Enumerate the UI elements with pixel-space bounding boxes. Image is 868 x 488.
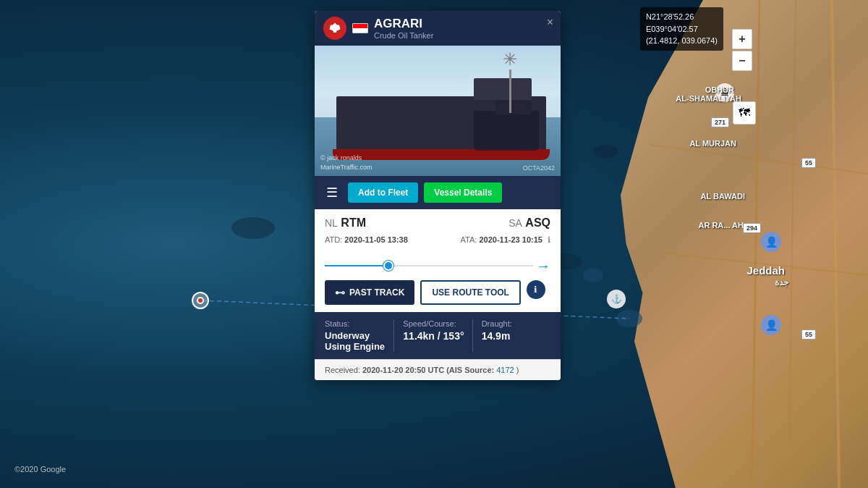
route-endpoints: NL RTM SA ASQ: [325, 216, 550, 230]
speed-label: Speed/Course:: [403, 319, 472, 328]
ship-position: [192, 292, 209, 309]
ata-section: ATA: 2020-11-23 10:15 ℹ: [461, 235, 550, 245]
map-zoom-controls[interactable]: + −: [732, 29, 752, 71]
city-almurjan: AL MURJAN: [689, 139, 736, 148]
ata-label: ATA:: [461, 235, 477, 244]
progress-bar-area: →: [315, 254, 561, 276]
atd-info: ATD: 2020-11-05 13:38: [325, 235, 408, 247]
vessel-flag: [352, 23, 368, 33]
track-buttons-row: ⊷ PAST TRACK USE ROUTE TOOL ℹ: [315, 276, 561, 312]
road-badge-55-bottom: 55: [801, 329, 816, 340]
dest-port: SA ASQ: [509, 216, 550, 230]
popup-received-section: Received: 2020-11-20 20:50 UTC (AIS Sour…: [315, 359, 561, 380]
dest-country: SA: [509, 217, 522, 229]
status-col-speed: Speed/Course: 11.4kn / 153°: [393, 319, 472, 352]
speed-value: 11.4kn / 153°: [403, 330, 472, 342]
past-track-icon: ⊷: [335, 287, 345, 298]
coord-lon: E039°04'02.57: [646, 23, 718, 35]
map-layer-icon: 🗺: [739, 106, 750, 119]
ata-info: ATA: 2020-11-23 10:15 ℹ: [461, 235, 550, 245]
route-tool-button[interactable]: USE ROUTE TOOL: [420, 280, 520, 305]
popup-route-info: NL RTM SA ASQ ATD: 2020-11-05 13:38 ATA:…: [315, 209, 561, 254]
popup-status-section: Status: UnderwayUsing Engine Speed/Cours…: [315, 312, 561, 359]
vessel-details-button[interactable]: Vessel Details: [424, 182, 502, 203]
progress-filled: [325, 265, 387, 266]
person-marker-2[interactable]: 👤: [761, 232, 781, 252]
popup-action-bar: ☰ Add to Fleet Vessel Details: [315, 176, 561, 209]
photo-id: OCTA2042: [523, 164, 555, 172]
map-layer-button[interactable]: 🗺: [733, 101, 756, 125]
photo-turbine: ✳: [503, 53, 517, 113]
google-watermark: ©2020 Google: [14, 465, 66, 474]
dest-port-code: ASQ: [525, 216, 550, 229]
popup-close-button[interactable]: ×: [547, 17, 553, 28]
zoom-in-button[interactable]: +: [732, 29, 752, 49]
ship-dot: [197, 297, 204, 304]
popup-title-area: AGRARI Crude Oil Tanker: [374, 17, 552, 40]
progress-arrow: →: [536, 258, 550, 274]
city-albawadi: AL BAWADI: [700, 192, 745, 201]
city-obhur: OBHUR: [705, 85, 734, 94]
ship-marker[interactable]: [192, 292, 209, 309]
vessel-popup: AGRARI Crude Oil Tanker × ✳ © jack ronal…: [315, 11, 561, 380]
status-value: UnderwayUsing Engine: [325, 330, 393, 352]
status-col-draught: Draught: 14.9m: [472, 319, 550, 352]
received-label: Received:: [325, 366, 360, 374]
atd-label: ATD:: [325, 235, 342, 244]
route-tool-info-button[interactable]: ℹ: [527, 280, 545, 299]
photo-ship-bg: [474, 111, 539, 151]
ata-info-icon[interactable]: ℹ: [548, 235, 550, 244]
draught-value: 14.9m: [482, 330, 550, 342]
hamburger-menu[interactable]: ☰: [322, 182, 342, 203]
received-time: 2020-11-20 20:50 UTC (AIS Source:: [362, 366, 494, 374]
city-ar-ra: AR RA... AH: [698, 221, 744, 230]
popup-header: AGRARI Crude Oil Tanker ×: [315, 11, 561, 46]
origin-port-code: RTM: [341, 216, 366, 229]
vessel-photo: ✳ © jack ronaldsMarineTraffic.com OCTA20…: [315, 46, 561, 176]
road-badge-271: 271: [711, 117, 729, 127]
city-jeddah: Jeddah: [746, 264, 785, 277]
vessel-type-icon: [323, 17, 346, 40]
zoom-out-button[interactable]: −: [732, 51, 752, 71]
coord-decimal: (21.4812, 039.0674): [646, 35, 718, 47]
svg-rect-8: [333, 30, 337, 33]
road-badge-55-top: 55: [801, 158, 816, 168]
received-close: ): [516, 366, 519, 374]
coordinates-display: N21°28'52.26 E039°04'02.57 (21.4812, 039…: [640, 7, 723, 51]
ata-value: 2020-11-23 10:15: [479, 235, 542, 244]
origin-port: NL RTM: [325, 216, 366, 230]
vessel-name: AGRARI: [374, 17, 552, 31]
time-info-row: ATD: 2020-11-05 13:38 ATA: 2020-11-23 10…: [325, 235, 550, 247]
status-col-status: Status: UnderwayUsing Engine: [325, 319, 393, 352]
coord-lat: N21°28'52.26: [646, 11, 718, 23]
progress-dot: [383, 261, 393, 271]
origin-country: NL: [325, 217, 338, 229]
received-source-link[interactable]: 4172: [496, 366, 514, 374]
progress-track: →: [325, 260, 550, 272]
past-track-label: PAST TRACK: [349, 287, 404, 298]
progress-line: [325, 265, 533, 266]
add-to-fleet-button[interactable]: Add to Fleet: [348, 182, 418, 203]
atd-section: ATD: 2020-11-05 13:38: [325, 235, 408, 244]
person-marker-1[interactable]: 👤: [761, 315, 781, 335]
draught-label: Draught:: [482, 319, 550, 328]
past-track-button[interactable]: ⊷ PAST TRACK: [325, 280, 414, 305]
atd-value: 2020-11-05 13:38: [344, 235, 407, 244]
vessel-type: Crude Oil Tanker: [374, 31, 552, 40]
city-obhur-sub: AL-SHAMALIYAH: [676, 94, 741, 103]
photo-credits: © jack ronaldsMarineTraffic.com: [320, 153, 373, 172]
city-jeddah-arabic: جدة: [775, 277, 788, 287]
port-marker-1[interactable]: ⚓: [607, 290, 626, 308]
road-badge-294: 294: [743, 223, 761, 233]
status-label: Status:: [325, 319, 393, 328]
